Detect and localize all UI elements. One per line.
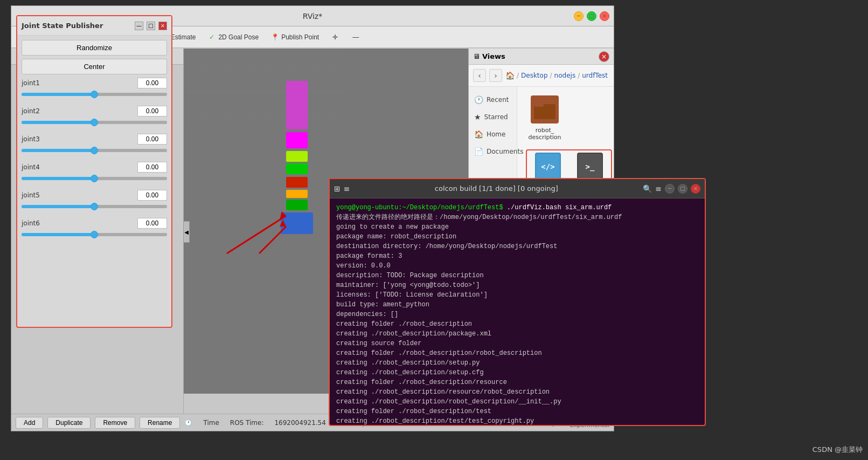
- nav-item-home[interactable]: 🏠 Home: [469, 126, 517, 143]
- jsp-minimize-btn[interactable]: —: [135, 22, 143, 30]
- jsp-titlebar: Joint State Publisher — □ ×: [17, 16, 171, 36]
- joint-row-joint3: joint3: [22, 134, 167, 154]
- svg-rect-5: [286, 163, 308, 174]
- goal-pose-btn[interactable]: ✓ 2D Goal Pose: [203, 30, 263, 44]
- nav-forward-btn[interactable]: ›: [489, 69, 502, 82]
- center-btn[interactable]: Center: [22, 59, 167, 74]
- file-label-robot-description: robot_description: [528, 127, 561, 141]
- joint-slider-container-joint6[interactable]: [22, 231, 167, 238]
- rename-btn[interactable]: Rename: [140, 417, 180, 429]
- joint-header-joint1: joint1: [22, 78, 167, 88]
- publish-point-btn[interactable]: 📍 Publish Point: [266, 30, 324, 44]
- publish-point-icon: 📍: [270, 33, 279, 42]
- move-btn[interactable]: ✛: [326, 30, 344, 44]
- nav-back-btn[interactable]: ‹: [473, 69, 486, 82]
- joint-slider-thumb-joint6[interactable]: [91, 231, 98, 238]
- maximize-btn[interactable]: □: [587, 11, 596, 21]
- joints-container: joint1 joint2 joint3: [22, 78, 167, 238]
- window-controls: − □ ×: [574, 11, 609, 21]
- goal-pose-icon: ✓: [207, 33, 216, 42]
- joint-slider-thumb-joint3[interactable]: [91, 147, 98, 154]
- joint-value-joint4[interactable]: [137, 162, 167, 173]
- joint-slider-thumb-joint2[interactable]: [91, 119, 98, 126]
- terminal-output-line: creating ./robot_description/test/test_c…: [336, 416, 698, 425]
- breadcrumb-urdftest[interactable]: urdfTest: [582, 72, 608, 79]
- svg-marker-13: [280, 220, 286, 226]
- terminal-output: 传递进来的文件路径的绝对路径是：/home/yong/Desktop/nodej…: [336, 212, 698, 425]
- joint-slider-thumb-joint5[interactable]: [91, 203, 98, 210]
- terminal-window: ⊞ ≡ colcon build [1/1 done] [0 ongoing] …: [329, 178, 706, 426]
- nav-item-documents[interactable]: 📄 Documents: [469, 143, 517, 160]
- joint-row-joint6: joint6: [22, 218, 167, 238]
- views-close-btn[interactable]: ×: [599, 51, 609, 62]
- ros-time-value: 1692004921.54: [274, 419, 325, 427]
- duplicate-btn[interactable]: Duplicate: [47, 417, 91, 429]
- terminal-output-line: description: TODO: Package description: [336, 271, 698, 280]
- joint-row-joint5: joint5: [22, 190, 167, 210]
- add-btn[interactable]: Add: [16, 417, 43, 429]
- joint-value-joint2[interactable]: [137, 106, 167, 116]
- terminal-minimize-btn[interactable]: −: [665, 184, 675, 194]
- joint-value-joint3[interactable]: [137, 134, 167, 145]
- terminal-output-line: creating ./robot_description/setup.cfg: [336, 368, 698, 377]
- svg-rect-2: [286, 81, 308, 129]
- joint-slider-container-joint3[interactable]: [22, 147, 167, 154]
- terminal-close-btn[interactable]: ×: [691, 184, 700, 194]
- joint-slider-thumb-joint1[interactable]: [91, 91, 98, 98]
- joint-row-joint2: joint2: [22, 106, 167, 126]
- move-icon: ✛: [331, 33, 339, 42]
- terminal-title: colcon build [1/1 done] [0 ongoing]: [350, 184, 643, 193]
- terminal-window-controls: 🔍 ≡ − □ ×: [643, 184, 700, 194]
- terminal-output-line: creating ./robot_description/setup.py: [336, 358, 698, 368]
- red-arrow-svg: [216, 200, 324, 264]
- svg-rect-4: [286, 151, 308, 162]
- terminal-output-line: creating folder ./robot_description/reso…: [336, 377, 698, 387]
- joint-slider-container-joint4[interactable]: [22, 175, 167, 182]
- terminal-output-line: creating ./robot_description/robot_descr…: [336, 397, 698, 407]
- close-btn[interactable]: ×: [600, 11, 609, 21]
- ros-time-label: ROS Time:: [230, 419, 264, 427]
- file-item-robot-description[interactable]: robot_description: [526, 95, 564, 141]
- terminal-output-line: destination directory: /home/yong/Deskto…: [336, 242, 698, 251]
- extra-btn[interactable]: —: [346, 30, 365, 44]
- documents-icon: 📄: [474, 147, 483, 156]
- randomize-btn[interactable]: Randomize: [22, 40, 167, 56]
- joint-row-joint4: joint4: [22, 162, 167, 182]
- jsp-restore-btn[interactable]: □: [147, 22, 155, 30]
- terminal-maximize-btn[interactable]: □: [678, 184, 688, 194]
- folder-icon: [531, 95, 559, 123]
- terminal-output-line: package name: robot_description: [336, 232, 698, 242]
- joint-slider-track-joint4: [22, 177, 167, 180]
- joint-state-publisher-window: Joint State Publisher — □ × Randomize Ce…: [16, 15, 172, 328]
- jsp-close-btn[interactable]: ×: [158, 22, 167, 30]
- joint-value-joint6[interactable]: [137, 218, 167, 229]
- joint-name-joint5: joint5: [22, 191, 40, 199]
- menu-icon[interactable]: ≡: [655, 184, 662, 193]
- joint-slider-track-joint1: [22, 93, 167, 96]
- breadcrumb-nodejs[interactable]: nodejs: [554, 72, 576, 79]
- breadcrumb: 🏠 / Desktop / nodejs / urdfTest: [505, 71, 608, 80]
- nav-item-starred[interactable]: ★ Starred: [469, 108, 517, 126]
- terminal-output-line: creating source folder: [336, 339, 698, 348]
- search-icon[interactable]: 🔍: [643, 184, 652, 193]
- joint-slider-container-joint1[interactable]: [22, 91, 167, 98]
- nav-item-recent[interactable]: 🕐 Recent: [469, 91, 517, 108]
- joint-slider-thumb-joint4[interactable]: [91, 175, 98, 182]
- terminal-output-line: creating ./robot_description/resource/ro…: [336, 387, 698, 397]
- minimize-btn[interactable]: −: [574, 11, 584, 21]
- terminal-icon: ⊞: [334, 184, 341, 193]
- breadcrumb-desktop[interactable]: Desktop: [521, 72, 548, 79]
- svg-rect-3: [286, 132, 308, 148]
- remove-btn[interactable]: Remove: [95, 417, 135, 429]
- panel-toggle[interactable]: ◀: [183, 221, 190, 243]
- joint-value-joint1[interactable]: [137, 78, 167, 88]
- nav-item-home-label: Home: [487, 131, 505, 138]
- jsp-body: Randomize Center joint1 joint2: [17, 36, 171, 250]
- joint-name-joint6: joint6: [22, 219, 40, 227]
- joint-name-joint2: joint2: [22, 107, 40, 115]
- joint-slider-container-joint5[interactable]: [22, 203, 167, 210]
- joint-slider-track-joint2: [22, 121, 167, 124]
- terminal-output-line: 传递进来的文件路径的绝对路径是：/home/yong/Desktop/nodej…: [336, 212, 698, 222]
- joint-value-joint5[interactable]: [137, 190, 167, 201]
- joint-slider-container-joint2[interactable]: [22, 119, 167, 126]
